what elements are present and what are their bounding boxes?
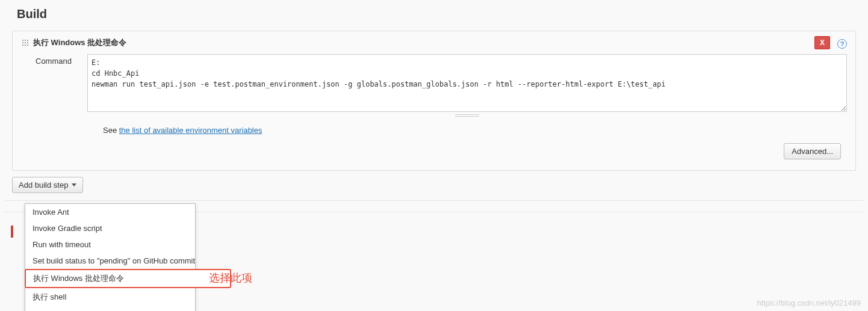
menu-item-invoke-ant[interactable]: Invoke Ant [25, 204, 195, 220]
page-title: Build [5, 0, 863, 31]
step-header: 执行 Windows 批处理命令 [21, 37, 847, 48]
menu-item-github-pending[interactable]: Set build status to "pending" on GitHub … [25, 253, 195, 269]
section-marker [11, 226, 13, 238]
command-label: Command [36, 54, 76, 66]
menu-item-maven[interactable]: 调用顶层 Maven 目标 [25, 306, 195, 311]
build-step-panel: 执行 Windows 批处理命令 X ? Command See the lis… [12, 31, 856, 171]
textarea-resize-grip[interactable] [87, 114, 847, 117]
menu-item-windows-batch[interactable]: 执行 Windows 批处理命令 [25, 269, 231, 288]
annotation-text: 选择此项 [209, 271, 252, 285]
hint-text: See the list of available environment va… [87, 126, 847, 135]
chevron-down-icon [72, 183, 76, 186]
add-build-step-button[interactable]: Add build step [12, 177, 83, 193]
env-vars-link[interactable]: the list of available environment variab… [119, 126, 262, 135]
help-icon[interactable]: ? [837, 39, 847, 49]
delete-step-button[interactable]: X [814, 36, 830, 49]
menu-item-invoke-gradle[interactable]: Invoke Gradle script [25, 220, 195, 236]
add-build-step-label: Add build step [19, 180, 68, 189]
advanced-button[interactable]: Advanced... [784, 143, 841, 159]
step-title: 执行 Windows 批处理命令 [33, 37, 126, 48]
menu-item-shell[interactable]: 执行 shell [25, 288, 195, 306]
menu-item-run-timeout[interactable]: Run with timeout [25, 236, 195, 253]
watermark: https://blog.csdn.net/ly021499 [757, 298, 861, 307]
command-textarea[interactable] [87, 54, 847, 112]
add-build-step-dropdown: Invoke Ant Invoke Gradle script Run with… [25, 203, 196, 311]
hint-prefix: See [103, 126, 119, 135]
close-icon: X [820, 38, 825, 47]
drag-handle-icon[interactable] [21, 38, 29, 47]
